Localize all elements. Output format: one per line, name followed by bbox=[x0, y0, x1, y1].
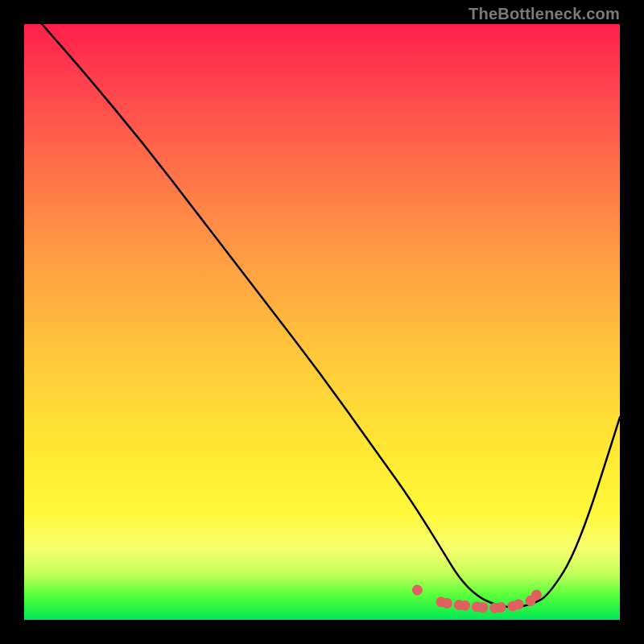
curve-group bbox=[42, 24, 620, 607]
chart-svg bbox=[24, 24, 620, 620]
valley-dot bbox=[514, 599, 524, 609]
dots-group bbox=[412, 585, 542, 613]
valley-dot bbox=[477, 602, 488, 613]
valley-dot bbox=[460, 601, 470, 611]
chart-frame: TheBottleneck.com bbox=[0, 0, 644, 644]
plot-area bbox=[24, 24, 620, 620]
bottleneck-curve bbox=[42, 24, 620, 607]
valley-dot bbox=[412, 585, 423, 596]
valley-dot bbox=[496, 602, 506, 613]
watermark-text: TheBottleneck.com bbox=[469, 5, 620, 23]
valley-dot bbox=[442, 598, 452, 609]
valley-dot bbox=[531, 589, 542, 600]
